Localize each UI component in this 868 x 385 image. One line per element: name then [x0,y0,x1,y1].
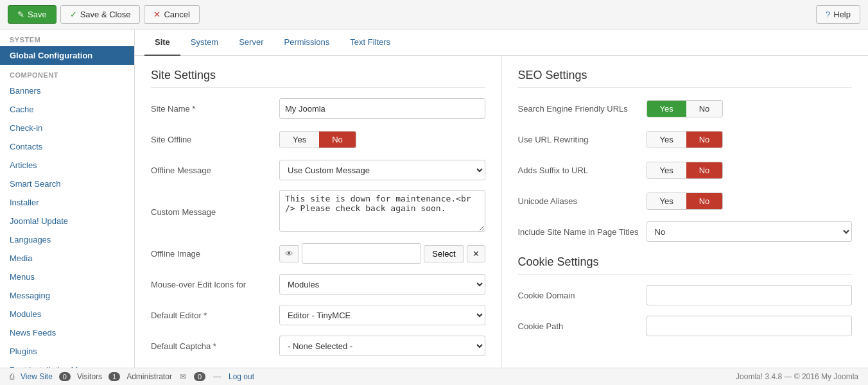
sidebar-item-banners[interactable]: Banners [0,81,134,100]
url-rewriting-label: Use URL Rewriting [518,135,647,144]
url-rewriting-yes-button[interactable]: Yes [647,132,686,148]
dash-icon: — [213,372,221,381]
sidebar-item-plugins[interactable]: Plugins [0,342,134,361]
sidebar-item-articles[interactable]: Articles [0,156,134,175]
unicode-aliases-no-button[interactable]: No [686,193,723,209]
statusbar: ⎙ View Site 0 Visitors 1 Administrator ✉… [0,368,868,385]
site-offline-no-button[interactable]: No [319,132,356,148]
sidebar-item-menus[interactable]: Menus [0,268,134,286]
settings-panels: Site Settings Site Name * Site Offline Y… [135,56,868,368]
sidebar: SYSTEM Global Configuration COMPONENT Ba… [0,30,135,368]
unicode-aliases-yes-button[interactable]: Yes [647,193,686,209]
system-section-label: SYSTEM [0,30,134,46]
default-editor-select[interactable]: Editor - TinyMCE None [279,305,485,325]
custom-message-textarea[interactable]: This site is down for maintenance.<br />… [279,190,485,232]
admin-badge: 1 [108,372,120,381]
suffix-url-yes-button[interactable]: Yes [647,162,686,178]
unicode-aliases-control: Yes No [647,193,853,210]
help-button[interactable]: ? Help [816,5,860,24]
admin-label: Administrator [126,372,172,381]
sidebar-item-global-configuration[interactable]: Global Configuration [0,46,134,65]
sidebar-item-check-in[interactable]: Check-in [0,119,134,137]
url-rewriting-control: Yes No [647,131,853,148]
cookie-path-row: Cookie Path [518,315,853,337]
edit-icons-select[interactable]: Modules All [279,274,485,295]
sidebar-item-messaging[interactable]: Messaging [0,286,134,305]
suffix-url-no-button[interactable]: No [686,162,723,178]
offline-message-control: Use Custom Message Use Default Message H… [279,160,485,180]
site-name-input[interactable] [279,98,485,119]
site-offline-row: Site Offline Yes No [151,128,485,150]
offline-image-preview-button[interactable]: 👁 [279,245,299,262]
site-name-control [279,98,485,119]
sef-urls-control: Yes No [647,100,853,117]
sef-urls-no-button[interactable]: No [686,101,723,117]
url-rewriting-row: Use URL Rewriting Yes No [518,128,853,150]
sidebar-item-post-installation[interactable]: Post-installation Messages [0,361,134,368]
cookie-path-control [647,316,853,336]
url-rewriting-no-button[interactable]: No [686,132,723,148]
tab-system[interactable]: System [180,30,229,56]
default-captcha-label: Default Captcha * [151,341,279,351]
suffix-url-toggle: Yes No [647,162,724,179]
site-offline-control: Yes No [279,131,485,148]
tab-site[interactable]: Site [144,30,180,56]
sidebar-item-installer[interactable]: Installer [0,193,134,212]
save-close-button[interactable]: ✓ Save & Close [60,5,141,24]
custom-message-label: Custom Message [151,207,279,217]
offline-message-row: Offline Message Use Custom Message Use D… [151,159,485,181]
tab-server[interactable]: Server [229,30,273,56]
offline-image-clear-button[interactable]: ✕ [467,245,485,262]
page-titles-select[interactable]: No Before After [647,221,853,242]
cancel-button[interactable]: ✕ Cancel [144,5,199,24]
edit-icons-label: Mouse-over Edit Icons for [151,280,279,289]
seo-settings-title: SEO Settings [518,69,853,88]
custom-message-row: Custom Message This site is down for mai… [151,190,485,234]
offline-image-select-button[interactable]: Select [424,245,464,262]
sidebar-item-cache[interactable]: Cache [0,100,134,119]
page-titles-row: Include Site Name in Page Titles No Befo… [518,221,853,243]
offline-image-text-input[interactable] [302,243,421,264]
cookie-domain-input[interactable] [647,285,853,305]
site-name-row: Site Name * [151,98,485,119]
save-button[interactable]: ✎ Save [8,5,56,24]
tab-text-filters[interactable]: Text Filters [340,30,401,56]
view-site-link[interactable]: View Site [21,372,53,381]
sidebar-item-joomla-update[interactable]: Joomla! Update [0,212,134,230]
suffix-url-control: Yes No [647,162,853,179]
sef-urls-label: Search Engine Friendly URLs [518,104,647,114]
site-settings-title: Site Settings [151,69,485,88]
tabs: Site System Server Permissions Text Filt… [135,30,868,56]
tab-permissions[interactable]: Permissions [273,30,340,56]
sidebar-item-smart-search[interactable]: Smart Search [0,175,134,193]
help-label: Help [833,10,851,19]
page-titles-label: Include Site Name in Page Titles [518,227,647,237]
edit-icons-row: Mouse-over Edit Icons for Modules All [151,273,485,295]
sidebar-item-media[interactable]: Media [0,249,134,268]
sidebar-item-contacts[interactable]: Contacts [0,137,134,156]
offline-image-control: 👁 Select ✕ [279,243,485,264]
default-captcha-select[interactable]: - None Selected - [279,336,485,356]
sidebar-item-news-feeds[interactable]: News Feeds [0,323,134,342]
default-editor-label: Default Editor * [151,311,279,320]
sidebar-item-modules[interactable]: Modules [0,305,134,323]
visitors-label: Visitors [77,372,102,381]
offline-message-select[interactable]: Use Custom Message Use Default Message H… [279,160,485,180]
logout-link[interactable]: Log out [229,372,254,381]
url-rewriting-toggle: Yes No [647,131,724,148]
sidebar-item-languages[interactable]: Languages [0,230,134,249]
suffix-url-label: Adds Suffix to URL [518,166,647,175]
cookie-domain-label: Cookie Domain [518,291,647,300]
sidebar-item-label: Global Configuration [10,51,92,60]
cookie-path-input[interactable] [647,316,853,336]
visitors-badge: 0 [59,372,71,381]
unicode-aliases-toggle: Yes No [647,193,724,210]
site-settings-panel: Site Settings Site Name * Site Offline Y… [135,56,501,368]
offline-message-label: Offline Message [151,166,279,175]
sef-urls-yes-button[interactable]: Yes [647,101,686,117]
edit-icons-control: Modules All [279,274,485,295]
cookie-settings-title: Cookie Settings [518,255,853,275]
default-editor-control: Editor - TinyMCE None [279,305,485,325]
default-editor-row: Default Editor * Editor - TinyMCE None [151,304,485,326]
site-offline-yes-button[interactable]: Yes [280,132,319,148]
